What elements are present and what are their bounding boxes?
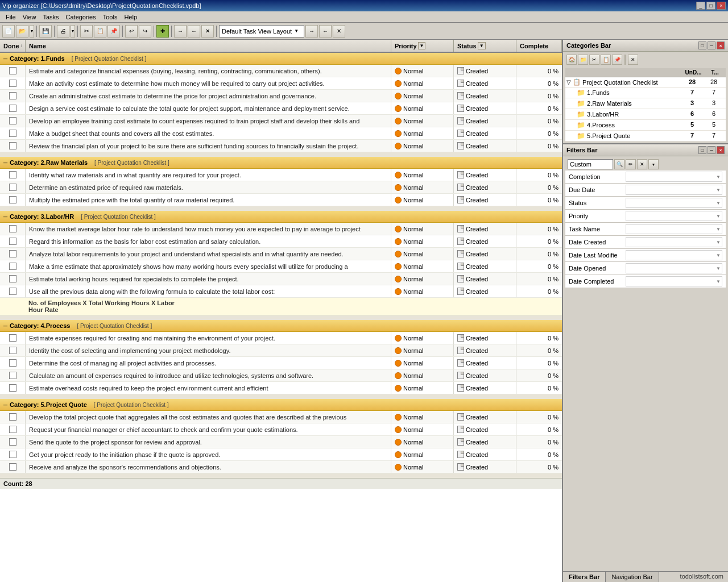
dropdown-btn1[interactable]: ▼ [30, 25, 34, 38]
filt-btn2[interactable]: ─ [708, 146, 715, 154]
tree-item-0[interactable]: ▽📋 Project Quotation Checklist 28 28 [565, 77, 726, 88]
cat-btn1[interactable]: □ [698, 41, 706, 49]
done-checkbox-4-3[interactable] [9, 451, 16, 458]
filter-dropdown-7[interactable]: ▼ [626, 263, 722, 273]
minimize-button[interactable]: _ [696, 2, 705, 10]
status-filter-btn[interactable]: ▼ [478, 42, 486, 49]
tree-item-3[interactable]: 📁 3.Labor/HR 6 6 [565, 109, 726, 120]
menu-tasks[interactable]: Tasks [39, 13, 62, 22]
layout-dropdown[interactable]: Default Task View Layout ▼ [219, 25, 304, 38]
done-checkbox-0-3[interactable] [9, 105, 16, 112]
done-checkbox-0-4[interactable] [9, 117, 16, 124]
menu-view[interactable]: View [19, 13, 40, 22]
done-checkbox-4-4[interactable] [9, 463, 16, 471]
open-button[interactable]: 📂 [16, 25, 28, 38]
tree-item-2[interactable]: 📁 2.Raw Materials 3 3 [565, 98, 726, 109]
undo-button[interactable]: ↩ [125, 25, 138, 38]
layout-cancel[interactable]: ✕ [333, 25, 345, 38]
cancel-btn[interactable]: ✕ [201, 25, 214, 38]
category-header-1[interactable]: ─ Category: 2.Raw Materials [ Project Qu… [0, 157, 562, 169]
category-header-4[interactable]: ─ Category: 5.Project Quote [ Project Qu… [0, 399, 562, 411]
tree-btn6[interactable]: ✕ [628, 55, 638, 65]
done-checkbox-1-2[interactable] [9, 196, 16, 203]
menu-file[interactable]: File [2, 13, 19, 22]
tree-btn2[interactable]: 📁 [578, 55, 588, 65]
copy-button[interactable]: 📋 [94, 25, 106, 38]
dropdown-btn2[interactable]: ▼ [71, 25, 75, 38]
new-button[interactable]: 📄 [2, 25, 15, 38]
done-checkbox-0-1[interactable] [9, 80, 16, 87]
cut-button[interactable]: ✂ [80, 25, 93, 38]
tree-item-5[interactable]: 📁 5.Project Quote 7 7 [565, 131, 726, 142]
layout-btn1[interactable]: → [305, 25, 318, 38]
done-checkbox-0-0[interactable] [9, 67, 16, 74]
done-checkbox-0-2[interactable] [9, 92, 16, 99]
filter-dropdown-0[interactable]: ▼ [626, 172, 722, 182]
maximize-button[interactable]: □ [706, 2, 715, 10]
filter-dropdown-3[interactable]: ▼ [626, 211, 722, 221]
status-page-icon [457, 426, 464, 433]
done-checkbox-4-0[interactable] [9, 413, 16, 421]
filt-btn3[interactable]: × [717, 146, 725, 154]
filter-btn1[interactable]: 🔍 [614, 159, 624, 169]
done-checkbox-2-1[interactable] [9, 238, 16, 245]
done-checkbox-3-2[interactable] [9, 359, 16, 367]
done-checkbox-3-0[interactable] [9, 334, 16, 342]
done-checkbox-3-1[interactable] [9, 347, 16, 354]
filter-dropdown-8[interactable]: ▼ [626, 276, 722, 286]
filter-btn3[interactable]: ✕ [637, 159, 647, 169]
filt-btn1[interactable]: □ [698, 146, 706, 154]
menu-tools[interactable]: Tools [100, 13, 121, 22]
cat-btn3[interactable]: × [717, 41, 725, 49]
tree-item-1[interactable]: 📁 1.Funds 7 7 [565, 88, 726, 98]
tab-navigation-bar[interactable]: Navigation Bar [606, 572, 659, 582]
filter-dropdown-4[interactable]: ▼ [626, 224, 722, 234]
filter-dropdown-6[interactable]: ▼ [626, 250, 722, 260]
done-checkbox-4-1[interactable] [9, 426, 16, 433]
btn3[interactable]: 🖨 [57, 25, 69, 38]
filter-dropdown-2[interactable]: ▼ [626, 198, 722, 208]
done-checkbox-2-5[interactable] [9, 288, 16, 295]
done-checkbox-3-4[interactable] [9, 384, 16, 392]
done-checkbox-2-2[interactable] [9, 250, 16, 257]
done-checkbox-2-0[interactable] [9, 225, 16, 232]
close-button[interactable]: × [717, 2, 726, 10]
sync-btn1[interactable]: → [174, 25, 187, 38]
done-checkbox-0-5[interactable] [9, 130, 16, 137]
cell-status-2-1: Created [454, 235, 516, 247]
filter-btn2[interactable]: ✏ [626, 159, 636, 169]
cat-btn2[interactable]: ─ [708, 41, 715, 49]
done-checkbox-2-4[interactable] [9, 275, 16, 282]
title-bar-text: Vip organizer [C:\Users\dmitry\Desktop\P… [2, 2, 201, 9]
category-header-2[interactable]: ─ Category: 3.Labor/HR [ Project Quotati… [0, 211, 562, 223]
tree-btn3[interactable]: ✂ [589, 55, 599, 65]
add-task-button[interactable]: ✚ [156, 25, 169, 38]
tree-undone-3: 6 [681, 110, 703, 118]
done-checkbox-3-3[interactable] [9, 372, 16, 379]
tree-btn1[interactable]: 🏠 [566, 55, 577, 65]
priority-filter-btn[interactable]: ▼ [418, 42, 426, 49]
filter-dropdown-5[interactable]: ▼ [626, 237, 722, 247]
redo-button[interactable]: ↪ [139, 25, 151, 38]
cell-done-2-5 [0, 285, 26, 297]
done-checkbox-4-2[interactable] [9, 438, 16, 446]
category-header-0[interactable]: ─ Category: 1.Funds [ Project Quotation … [0, 53, 562, 65]
sync-btn2[interactable]: ← [188, 25, 200, 38]
done-checkbox-0-6[interactable] [9, 142, 16, 149]
done-checkbox-2-3[interactable] [9, 263, 16, 270]
menu-categories[interactable]: Categories [63, 13, 100, 22]
category-header-3[interactable]: ─ Category: 4.Process [ Project Quotatio… [0, 320, 562, 332]
tree-btn4[interactable]: 📋 [601, 55, 611, 65]
layout-btn2[interactable]: ← [319, 25, 332, 38]
done-checkbox-1-1[interactable] [9, 184, 16, 191]
done-checkbox-1-0[interactable] [9, 171, 16, 178]
tree-item-4[interactable]: 📁 4.Process 5 5 [565, 120, 726, 131]
filter-name-input[interactable] [568, 159, 613, 169]
filter-dropdown-1[interactable]: ▼ [626, 185, 722, 195]
save-button[interactable]: 💾 [39, 25, 52, 38]
filter-btn4[interactable]: ▼ [648, 159, 659, 169]
tree-btn5[interactable]: 📌 [612, 55, 622, 65]
paste-button[interactable]: 📌 [107, 25, 120, 38]
menu-help[interactable]: Help [121, 13, 140, 22]
tab-filters-bar[interactable]: Filters Bar [563, 572, 606, 582]
